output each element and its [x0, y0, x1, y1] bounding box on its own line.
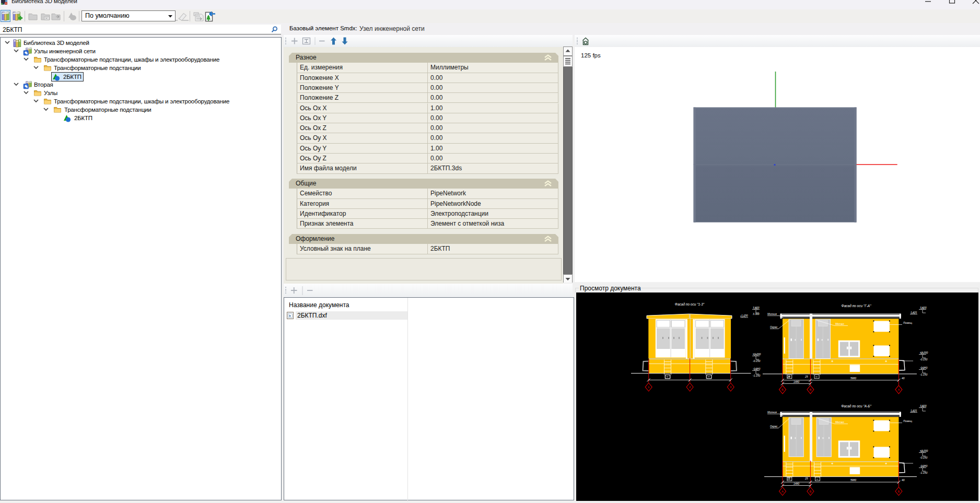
svg-text:-1.150: -1.150: [753, 374, 760, 377]
svg-text:Помещ.: Помещ.: [903, 321, 913, 324]
svg-text:1480: 1480: [794, 380, 799, 383]
svg-text:Помещ.: Помещ.: [903, 419, 913, 423]
svg-text:5980: 5980: [850, 377, 856, 380]
svg-text:Окрас: Окрас: [770, 425, 778, 428]
svg-text:-0.980: -0.980: [753, 367, 760, 370]
svg-text:25: 25: [787, 477, 790, 480]
svg-text:Молния: Молния: [767, 411, 777, 414]
svg-text:40: 40: [902, 377, 905, 380]
svg-text:Молния: Молния: [767, 312, 777, 315]
svg-text:1480: 1480: [794, 482, 799, 485]
svg-text:40: 40: [902, 478, 905, 482]
svg-text:2: 2: [689, 385, 691, 389]
svg-text:5980: 5980: [850, 478, 856, 482]
svg-text:-0.150: -0.150: [920, 358, 927, 361]
svg-text:Б: Б: [897, 490, 900, 493]
svg-text:Метал.: Метал.: [835, 322, 845, 325]
svg-text:±0.000: ±0.000: [920, 449, 928, 452]
svg-text:-0.150: -0.150: [920, 456, 927, 459]
svg-text:Б: Б: [781, 388, 784, 391]
svg-text:Окрас: Окрас: [770, 325, 778, 329]
svg-text:-0.150: -0.150: [753, 359, 760, 362]
svg-text:А: А: [897, 388, 900, 391]
svg-text:-1.150: -1.150: [920, 471, 927, 474]
svg-text:3: 3: [730, 385, 732, 389]
svg-text:-1.150: -1.150: [920, 373, 927, 376]
svg-text:Фасад по оси "Г-А": Фасад по оси "Г-А": [842, 304, 872, 308]
svg-text:Фасад по оси "1-3": Фасад по оси "1-3": [675, 302, 705, 306]
svg-text:±0.000: ±0.000: [920, 351, 928, 354]
svg-text:25: 25: [804, 375, 808, 378]
svg-text:Фасад по оси "А-Б": Фасад по оси "А-Б": [841, 404, 871, 408]
svg-text:В: В: [809, 388, 811, 391]
svg-text:1: 1: [648, 385, 650, 389]
svg-text:Б: Б: [809, 490, 811, 493]
svg-text:А: А: [781, 490, 784, 493]
svg-text:25: 25: [787, 375, 790, 378]
svg-text:25: 25: [804, 477, 808, 480]
svg-text:Метал.: Метал.: [835, 420, 845, 424]
